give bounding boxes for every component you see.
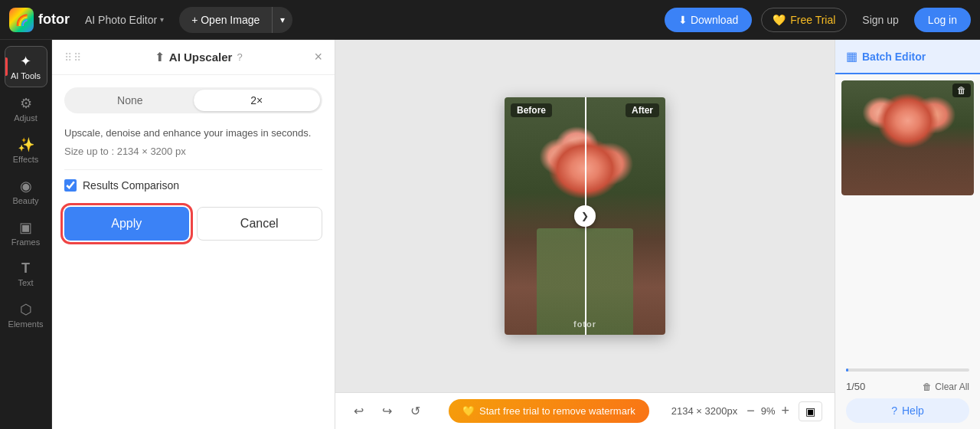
sidebar-label-elements: Elements — [8, 319, 44, 329]
clear-all-label: Clear All — [935, 382, 969, 392]
text-icon: T — [21, 260, 30, 277]
open-image-main-button[interactable]: + Open Image — [179, 8, 272, 31]
download-label: ⬇ Download — [678, 14, 738, 26]
comparison-divider-handle[interactable]: ❯ — [574, 205, 596, 227]
effects-icon: ✨ — [18, 136, 34, 153]
login-button[interactable]: Log in — [914, 8, 971, 32]
sidebar-item-frames[interactable]: ▣ Frames — [5, 213, 47, 253]
thumbnail-area: 🗑 — [835, 74, 980, 362]
redo-button[interactable]: ↪ — [376, 401, 398, 421]
header: 🌈 fotor AI Photo Editor ▾ + Open Image ▾… — [0, 0, 980, 40]
sidebar-item-adjust[interactable]: ⚙ Adjust — [5, 89, 47, 129]
help-icon: ? — [891, 404, 897, 417]
page-indicator-text: 1/50 — [846, 381, 865, 392]
download-button[interactable]: ⬇ Download — [665, 8, 752, 32]
sidebar-item-text[interactable]: T Text — [5, 254, 47, 293]
sidebar-label-effects: Effects — [13, 155, 38, 164]
cancel-button[interactable]: Cancel — [197, 207, 323, 241]
toggle-2x-button[interactable]: 2× — [194, 90, 321, 111]
panel-help-icon[interactable]: ? — [237, 51, 242, 63]
right-panel-bottom: 1/50 🗑 Clear All ? Help — [835, 362, 980, 429]
toggle-none-button[interactable]: None — [67, 90, 194, 111]
panel-content: None 2× Upscale, denoise and enhance you… — [52, 75, 335, 429]
sidebar-label-adjust: Adjust — [14, 113, 38, 123]
action-buttons: Apply Cancel — [64, 207, 322, 241]
batch-editor-icon: ▦ — [846, 49, 858, 64]
sidebar-item-beauty[interactable]: ◉ Beauty — [5, 172, 47, 211]
open-image-btn-group: + Open Image ▾ — [179, 7, 292, 33]
logo: 🌈 fotor — [9, 8, 70, 32]
open-image-label: + Open Image — [191, 14, 260, 26]
apply-button[interactable]: Apply — [64, 207, 189, 241]
thumbnail-item: 🗑 — [841, 80, 974, 195]
reset-button[interactable]: ↺ — [404, 401, 426, 421]
bottom-bar: ↩ ↪ ↺ 💛 Start free trial to remove water… — [335, 392, 835, 429]
thumbnail-delete-button[interactable]: 🗑 — [952, 84, 971, 97]
panel-divider — [64, 169, 322, 170]
upscaler-icon: ⬆ — [155, 50, 165, 64]
zoom-in-button[interactable]: + — [781, 403, 789, 419]
help-button[interactable]: ? Help — [846, 398, 969, 423]
panel-description: Upscale, denoise and enhance your images… — [64, 126, 322, 141]
sidebar-item-ai-tools[interactable]: ✦ AI Tools — [5, 46, 47, 87]
ai-tools-icon: ✦ — [20, 53, 31, 70]
sidebar-item-elements[interactable]: ⬡ Elements — [5, 295, 47, 335]
sidebar-item-effects[interactable]: ✨ Effects — [5, 130, 47, 170]
active-indicator — [5, 57, 8, 76]
heart-icon: 💛 — [462, 405, 475, 417]
elements-icon: ⬡ — [20, 301, 32, 318]
frames-icon: ▣ — [19, 219, 32, 236]
bottom-actions: ↩ ↪ ↺ — [348, 401, 426, 421]
adjust-icon: ⚙ — [20, 95, 32, 112]
login-label: Log in — [928, 14, 957, 26]
beauty-icon: ◉ — [20, 178, 32, 195]
zoom-controls: − 9% + — [746, 403, 789, 419]
open-image-dropdown-button[interactable]: ▾ — [273, 9, 292, 31]
before-label: Before — [511, 103, 552, 117]
panel-title-row: ⬆ AI Upscaler ? — [155, 50, 243, 64]
panel-size-info: Size up to : 2134 × 3200 px — [64, 146, 322, 157]
toggle-none-label: None — [117, 94, 142, 106]
clear-all-icon: 🗑 — [923, 382, 932, 392]
panel-title: AI Upscaler — [169, 51, 233, 64]
watermark-banner-text: Start free trial to remove watermark — [479, 405, 635, 417]
after-label: After — [626, 103, 659, 117]
clear-all-button[interactable]: 🗑 Clear All — [923, 382, 969, 392]
batch-editor-tab[interactable]: ▦ Batch Editor — [835, 40, 980, 74]
sidebar-label-text: Text — [18, 278, 33, 287]
size-info: 2134 × 3200px − 9% + ▣ — [671, 401, 822, 421]
toggle-2x-label: 2× — [250, 94, 263, 106]
sidebar-label-beauty: Beauty — [12, 196, 38, 205]
canvas-main: Before After ❯ fotor — [335, 40, 835, 392]
apply-label: Apply — [111, 217, 142, 230]
results-comparison-checkbox[interactable] — [64, 179, 77, 192]
sidebar: ✦ AI Tools ⚙ Adjust ✨ Effects ◉ Beauty ▣… — [0, 40, 52, 429]
watermark-removal-banner[interactable]: 💛 Start free trial to remove watermark — [449, 399, 649, 423]
sidebar-label-ai-tools: AI Tools — [11, 71, 41, 80]
signup-button[interactable]: Sign up — [856, 11, 904, 29]
undo-button[interactable]: ↩ — [348, 401, 370, 421]
app-name-label: AI Photo Editor — [85, 14, 157, 26]
results-comparison-label: Results Comparison — [83, 179, 179, 192]
zoom-level-display: 9% — [761, 405, 776, 417]
split-view-button[interactable]: ▣ — [799, 401, 822, 421]
free-trial-button[interactable]: 💛 Free Trial — [761, 8, 847, 32]
app-name-button[interactable]: AI Photo Editor ▾ — [79, 11, 170, 29]
upscale-toggle-group: None 2× — [64, 87, 322, 113]
sidebar-label-frames: Frames — [11, 237, 40, 247]
signup-label: Sign up — [862, 14, 898, 26]
free-trial-label: Free Trial — [790, 14, 835, 26]
ai-upscaler-panel: ⠿⠿ ⬆ AI Upscaler ? × None 2× Upscale, de… — [52, 40, 335, 429]
thumbnail-image — [841, 80, 974, 195]
pagination-bar — [846, 368, 969, 372]
batch-editor-label: Batch Editor — [862, 51, 926, 63]
panel-close-button[interactable]: × — [314, 49, 322, 65]
drag-handle: ⠿⠿ — [64, 51, 83, 64]
zoom-out-button[interactable]: − — [746, 403, 755, 419]
image-size-display: 2134 × 3200px — [671, 405, 737, 417]
before-after-container: Before After ❯ fotor — [505, 97, 665, 335]
pagination-fill — [846, 368, 848, 372]
canvas-area: Before After ❯ fotor ↩ ↪ ↺ 💛 Start free … — [335, 40, 835, 429]
free-trial-icon: 💛 — [773, 14, 786, 26]
main-area: ✦ AI Tools ⚙ Adjust ✨ Effects ◉ Beauty ▣… — [0, 40, 980, 429]
